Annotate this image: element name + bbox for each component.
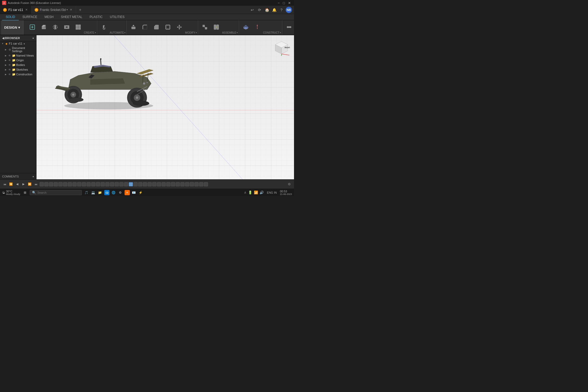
anim-icon-19[interactable] <box>124 182 128 186</box>
anim-icon-9[interactable] <box>77 182 81 186</box>
anim-icon-25[interactable] <box>152 182 156 186</box>
minimize-button[interactable]: − <box>278 1 280 5</box>
tree-item-bodies[interactable]: ▶ 👁 📁 Bodies <box>0 63 36 67</box>
automate-btn[interactable] <box>98 20 110 35</box>
construct-axis[interactable] <box>252 20 263 35</box>
anim-icon-11[interactable] <box>87 182 91 186</box>
orientation-cube[interactable]: RIGHT Z X <box>273 39 290 56</box>
comments-collapse[interactable]: ● <box>32 175 34 178</box>
anim-icon-21[interactable] <box>133 182 138 186</box>
anim-icon-28[interactable] <box>166 182 170 186</box>
anim-icon-13[interactable] <box>96 182 100 186</box>
create-pattern[interactable] <box>72 20 84 35</box>
anim-icon-27[interactable] <box>162 182 166 186</box>
anim-icon-18[interactable] <box>119 182 124 186</box>
create-revolve[interactable] <box>50 20 61 35</box>
taskbar-settings[interactable]: ⚙ <box>118 190 123 195</box>
anim-icon-5[interactable] <box>58 182 63 186</box>
close-tab-frantic[interactable]: ✕ <box>69 8 73 12</box>
assemble-section-label[interactable]: ASSEMBLE ▾ <box>222 31 238 34</box>
anim-icon-1[interactable] <box>40 182 44 186</box>
anim-icon-30[interactable] <box>176 182 180 186</box>
notification-button[interactable]: 🔔 <box>271 7 277 13</box>
anim-icon-7[interactable] <box>68 182 72 186</box>
tree-item-construction[interactable]: ▶ 👁 📁 Construction <box>0 72 36 77</box>
anim-icon-29[interactable] <box>171 182 175 186</box>
taskbar-app3[interactable]: ⚡ <box>138 190 143 195</box>
anim-icon-14[interactable] <box>101 182 105 186</box>
create-hole[interactable] <box>61 20 72 35</box>
anim-settings-button[interactable]: ⚙ <box>287 182 292 187</box>
anim-icon-23[interactable] <box>143 182 147 186</box>
viewport[interactable]: RIGHT Z X ▾ <box>36 35 294 179</box>
close-button[interactable]: ✕ <box>288 1 291 5</box>
anim-icon-3[interactable] <box>49 182 53 186</box>
anim-icon-31[interactable] <box>180 182 185 186</box>
anim-icon-12[interactable] <box>91 182 95 186</box>
anim-first[interactable]: ⏮ <box>2 182 7 187</box>
modify-section-label[interactable]: MODIFY ▾ <box>185 31 197 34</box>
modify-chamfer[interactable] <box>151 20 162 35</box>
assemble-rigid[interactable] <box>211 20 222 35</box>
inspect-measure[interactable] <box>283 20 294 35</box>
automate-section-label[interactable]: AUTOMATE ▾ <box>110 31 126 34</box>
anim-icon-6[interactable] <box>63 182 67 186</box>
tab-frantic[interactable]: F Frantic Snicket.f3d • ✕ <box>32 6 76 14</box>
anim-prev[interactable]: ⏪ <box>8 182 14 187</box>
windows-start-button[interactable]: ⊞ <box>22 190 28 195</box>
anim-icon-26[interactable] <box>157 182 161 186</box>
user-avatar[interactable]: NB <box>286 7 292 13</box>
close-tab-f1car[interactable]: ✕ <box>25 8 28 12</box>
anim-last[interactable]: ⏭ <box>33 182 39 187</box>
subtab-sheetmetal[interactable]: SHEET METAL <box>57 14 86 21</box>
create-extrude[interactable] <box>38 20 50 35</box>
modify-move[interactable] <box>174 20 185 35</box>
create-new-component[interactable] <box>27 20 38 35</box>
tray-up-icon[interactable]: ∧ <box>244 191 247 194</box>
anim-icon-22[interactable] <box>138 182 142 186</box>
tree-item-sketches[interactable]: ▶ 👁 📁 Sketches <box>0 67 36 72</box>
tree-item-root[interactable]: ▼ ◆ F1 car v11 ● <box>0 41 36 46</box>
add-tab-button[interactable]: + <box>76 6 84 14</box>
sidebar-collapse-button[interactable]: ● <box>32 36 34 40</box>
anim-icon-35[interactable] <box>199 182 203 186</box>
taskbar-pc[interactable]: 💻 <box>91 190 96 195</box>
anim-icon-15[interactable] <box>105 182 109 186</box>
anim-icon-20[interactable] <box>129 182 133 186</box>
taskbar-app1[interactable]: A <box>125 190 130 195</box>
anim-icon-33[interactable] <box>190 182 194 186</box>
subtab-utilities[interactable]: UTILITIES <box>106 14 128 21</box>
search-input[interactable] <box>38 191 79 194</box>
anim-play[interactable]: ▶ <box>21 182 26 187</box>
anim-icon-32[interactable] <box>185 182 189 186</box>
maximize-button[interactable]: □ <box>283 1 285 5</box>
tree-item-namedviews[interactable]: ▶ 👁 📁 Named Views <box>0 53 36 58</box>
anim-icon-24[interactable] <box>148 182 152 186</box>
taskbar-folder[interactable]: 📁 <box>97 190 103 195</box>
search-bar[interactable]: 🔍 <box>30 190 82 195</box>
assemble-joint[interactable] <box>199 20 211 35</box>
anim-icon-34[interactable] <box>194 182 199 186</box>
subtab-plastic[interactable]: PLASTIC <box>86 14 106 21</box>
tab-f1car[interactable]: F F1 car v11 ✕ <box>0 6 32 14</box>
anim-icon-16[interactable] <box>110 182 114 186</box>
design-dropdown[interactable]: DESIGN ▾ <box>1 20 23 35</box>
back-button[interactable]: ↩ <box>249 7 255 13</box>
tree-item-docsettings[interactable]: ▶ ⚙ Document Settings <box>0 46 36 53</box>
tree-item-origin[interactable]: ▶ 👁 📁 Origin <box>0 58 36 63</box>
anim-play-back[interactable]: ◀ <box>15 182 20 187</box>
anim-icon-2[interactable] <box>44 182 48 186</box>
modify-shell[interactable] <box>162 20 174 35</box>
anim-icon-10[interactable] <box>82 182 86 186</box>
anim-icon-8[interactable] <box>72 182 77 186</box>
taskbar-chrome[interactable]: 🌐 <box>111 190 116 195</box>
modify-fillet[interactable] <box>139 20 151 35</box>
taskbar-app2[interactable]: 📧 <box>131 190 137 195</box>
subtab-solid[interactable]: SOLID <box>2 14 19 21</box>
subtab-mesh[interactable]: MESH <box>41 14 57 21</box>
anim-next[interactable]: ⏩ <box>27 182 32 187</box>
create-section-label[interactable]: CREATE ▾ <box>84 31 96 34</box>
subtab-surface[interactable]: SURFACE <box>19 14 41 21</box>
home-button[interactable]: 🏠 <box>264 7 270 13</box>
construct-section-label[interactable]: CONSTRUCT ▾ <box>263 31 281 34</box>
